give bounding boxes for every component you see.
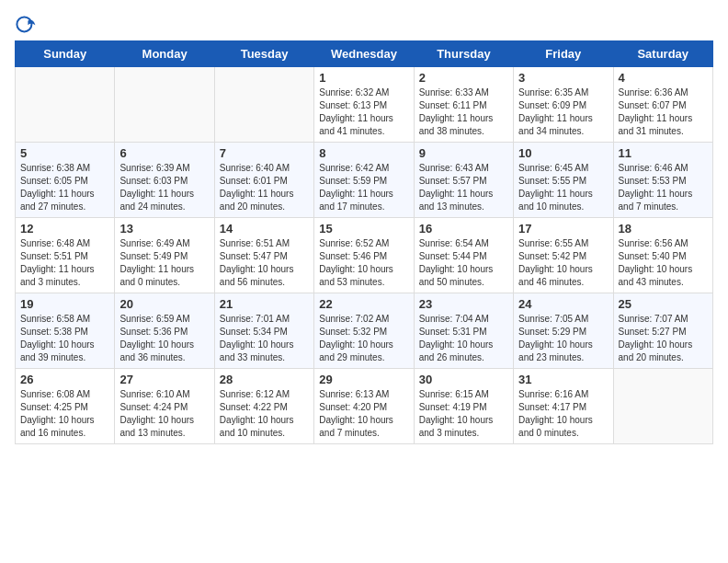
weekday-header: Wednesday xyxy=(314,41,414,67)
calendar-cell: 28Sunrise: 6:12 AM Sunset: 4:22 PM Dayli… xyxy=(214,369,313,444)
calendar-cell xyxy=(613,369,712,444)
day-number: 12 xyxy=(20,222,109,236)
weekday-header: Thursday xyxy=(414,41,513,67)
calendar-cell: 9Sunrise: 6:43 AM Sunset: 5:57 PM Daylig… xyxy=(414,143,513,218)
day-info: Sunrise: 7:01 AM Sunset: 5:34 PM Dayligh… xyxy=(220,313,309,364)
day-info: Sunrise: 6:35 AM Sunset: 6:09 PM Dayligh… xyxy=(518,86,608,138)
logo xyxy=(15,15,39,37)
page-header xyxy=(15,15,713,37)
day-info: Sunrise: 6:36 AM Sunset: 6:07 PM Dayligh… xyxy=(619,86,708,138)
day-number: 5 xyxy=(20,146,109,160)
day-number: 11 xyxy=(619,146,708,160)
calendar-cell: 17Sunrise: 6:55 AM Sunset: 5:42 PM Dayli… xyxy=(514,218,613,293)
day-info: Sunrise: 6:39 AM Sunset: 6:03 PM Dayligh… xyxy=(119,162,209,213)
day-info: Sunrise: 6:33 AM Sunset: 6:11 PM Dayligh… xyxy=(419,86,508,138)
day-info: Sunrise: 6:12 AM Sunset: 4:22 PM Dayligh… xyxy=(220,388,309,440)
calendar-cell: 6Sunrise: 6:39 AM Sunset: 6:03 PM Daylig… xyxy=(115,143,214,218)
day-number: 18 xyxy=(619,222,708,236)
calendar-cell xyxy=(16,67,115,143)
day-number: 10 xyxy=(518,146,608,160)
day-info: Sunrise: 6:40 AM Sunset: 6:01 PM Dayligh… xyxy=(220,162,309,213)
calendar-cell: 25Sunrise: 7:07 AM Sunset: 5:27 PM Dayli… xyxy=(613,293,712,369)
calendar-cell: 29Sunrise: 6:13 AM Sunset: 4:20 PM Dayli… xyxy=(314,369,414,444)
day-info: Sunrise: 6:59 AM Sunset: 5:36 PM Dayligh… xyxy=(119,313,209,364)
calendar-cell: 15Sunrise: 6:52 AM Sunset: 5:46 PM Dayli… xyxy=(314,218,414,293)
day-info: Sunrise: 6:48 AM Sunset: 5:51 PM Dayligh… xyxy=(20,237,109,289)
day-info: Sunrise: 7:02 AM Sunset: 5:32 PM Dayligh… xyxy=(319,313,408,364)
day-info: Sunrise: 6:52 AM Sunset: 5:46 PM Dayligh… xyxy=(319,237,408,289)
calendar-cell: 27Sunrise: 6:10 AM Sunset: 4:24 PM Dayli… xyxy=(115,369,214,444)
calendar-cell: 3Sunrise: 6:35 AM Sunset: 6:09 PM Daylig… xyxy=(514,67,613,143)
calendar-cell: 26Sunrise: 6:08 AM Sunset: 4:25 PM Dayli… xyxy=(16,369,115,444)
day-info: Sunrise: 6:54 AM Sunset: 5:44 PM Dayligh… xyxy=(419,237,508,289)
day-number: 22 xyxy=(319,297,408,311)
day-number: 23 xyxy=(419,297,508,311)
day-number: 7 xyxy=(220,146,309,160)
weekday-header: Tuesday xyxy=(214,41,313,67)
weekday-header: Friday xyxy=(514,41,613,67)
calendar-week-row: 1Sunrise: 6:32 AM Sunset: 6:13 PM Daylig… xyxy=(16,67,713,143)
day-info: Sunrise: 7:07 AM Sunset: 5:27 PM Dayligh… xyxy=(619,313,708,364)
weekday-header: Sunday xyxy=(16,41,115,67)
day-info: Sunrise: 6:10 AM Sunset: 4:24 PM Dayligh… xyxy=(119,388,209,440)
day-info: Sunrise: 6:32 AM Sunset: 6:13 PM Dayligh… xyxy=(319,86,408,138)
calendar-cell: 1Sunrise: 6:32 AM Sunset: 6:13 PM Daylig… xyxy=(314,67,414,143)
day-info: Sunrise: 6:13 AM Sunset: 4:20 PM Dayligh… xyxy=(319,388,408,440)
calendar-cell: 19Sunrise: 6:58 AM Sunset: 5:38 PM Dayli… xyxy=(16,293,115,369)
day-number: 19 xyxy=(20,297,109,311)
calendar-cell: 31Sunrise: 6:16 AM Sunset: 4:17 PM Dayli… xyxy=(514,369,613,444)
calendar-cell: 20Sunrise: 6:59 AM Sunset: 5:36 PM Dayli… xyxy=(115,293,214,369)
calendar-cell xyxy=(214,67,313,143)
logo-icon xyxy=(15,15,37,37)
svg-point-0 xyxy=(17,17,31,31)
day-info: Sunrise: 6:38 AM Sunset: 6:05 PM Dayligh… xyxy=(20,162,109,213)
day-info: Sunrise: 6:58 AM Sunset: 5:38 PM Dayligh… xyxy=(20,313,109,364)
calendar-cell: 10Sunrise: 6:45 AM Sunset: 5:55 PM Dayli… xyxy=(514,143,613,218)
calendar-cell: 14Sunrise: 6:51 AM Sunset: 5:47 PM Dayli… xyxy=(214,218,313,293)
calendar-week-row: 26Sunrise: 6:08 AM Sunset: 4:25 PM Dayli… xyxy=(16,369,713,444)
day-number: 29 xyxy=(319,373,408,386)
day-number: 9 xyxy=(419,146,508,160)
day-number: 15 xyxy=(319,222,408,236)
day-info: Sunrise: 6:46 AM Sunset: 5:53 PM Dayligh… xyxy=(619,162,708,213)
day-number: 16 xyxy=(419,222,508,236)
day-info: Sunrise: 6:55 AM Sunset: 5:42 PM Dayligh… xyxy=(518,237,608,289)
day-number: 28 xyxy=(220,373,309,386)
calendar-cell: 16Sunrise: 6:54 AM Sunset: 5:44 PM Dayli… xyxy=(414,218,513,293)
calendar-cell: 5Sunrise: 6:38 AM Sunset: 6:05 PM Daylig… xyxy=(16,143,115,218)
day-number: 25 xyxy=(619,297,708,311)
day-info: Sunrise: 6:51 AM Sunset: 5:47 PM Dayligh… xyxy=(220,237,309,289)
calendar-cell: 30Sunrise: 6:15 AM Sunset: 4:19 PM Dayli… xyxy=(414,369,513,444)
day-number: 3 xyxy=(518,71,608,85)
calendar-week-row: 5Sunrise: 6:38 AM Sunset: 6:05 PM Daylig… xyxy=(16,143,713,218)
day-number: 20 xyxy=(119,297,209,311)
calendar-cell: 12Sunrise: 6:48 AM Sunset: 5:51 PM Dayli… xyxy=(16,218,115,293)
calendar-cell: 24Sunrise: 7:05 AM Sunset: 5:29 PM Dayli… xyxy=(514,293,613,369)
calendar-cell: 23Sunrise: 7:04 AM Sunset: 5:31 PM Dayli… xyxy=(414,293,513,369)
weekday-header: Monday xyxy=(115,41,214,67)
calendar-table: SundayMondayTuesdayWednesdayThursdayFrid… xyxy=(15,40,713,444)
day-number: 21 xyxy=(220,297,309,311)
day-number: 31 xyxy=(518,373,608,386)
day-info: Sunrise: 6:43 AM Sunset: 5:57 PM Dayligh… xyxy=(419,162,508,213)
calendar-cell: 11Sunrise: 6:46 AM Sunset: 5:53 PM Dayli… xyxy=(613,143,712,218)
day-info: Sunrise: 6:08 AM Sunset: 4:25 PM Dayligh… xyxy=(20,388,109,440)
day-number: 24 xyxy=(518,297,608,311)
calendar-cell: 21Sunrise: 7:01 AM Sunset: 5:34 PM Dayli… xyxy=(214,293,313,369)
day-number: 6 xyxy=(119,146,209,160)
day-info: Sunrise: 6:45 AM Sunset: 5:55 PM Dayligh… xyxy=(518,162,608,213)
calendar-cell: 2Sunrise: 6:33 AM Sunset: 6:11 PM Daylig… xyxy=(414,67,513,143)
day-number: 14 xyxy=(220,222,309,236)
day-info: Sunrise: 6:49 AM Sunset: 5:49 PM Dayligh… xyxy=(119,237,209,289)
weekday-header-row: SundayMondayTuesdayWednesdayThursdayFrid… xyxy=(16,41,713,67)
calendar-week-row: 19Sunrise: 6:58 AM Sunset: 5:38 PM Dayli… xyxy=(16,293,713,369)
day-number: 1 xyxy=(319,71,408,85)
day-number: 2 xyxy=(419,71,508,85)
day-info: Sunrise: 6:15 AM Sunset: 4:19 PM Dayligh… xyxy=(419,388,508,440)
day-number: 4 xyxy=(619,71,708,85)
calendar-cell: 13Sunrise: 6:49 AM Sunset: 5:49 PM Dayli… xyxy=(115,218,214,293)
calendar-cell: 8Sunrise: 6:42 AM Sunset: 5:59 PM Daylig… xyxy=(314,143,414,218)
calendar-cell: 18Sunrise: 6:56 AM Sunset: 5:40 PM Dayli… xyxy=(613,218,712,293)
day-info: Sunrise: 7:05 AM Sunset: 5:29 PM Dayligh… xyxy=(518,313,608,364)
day-number: 8 xyxy=(319,146,408,160)
